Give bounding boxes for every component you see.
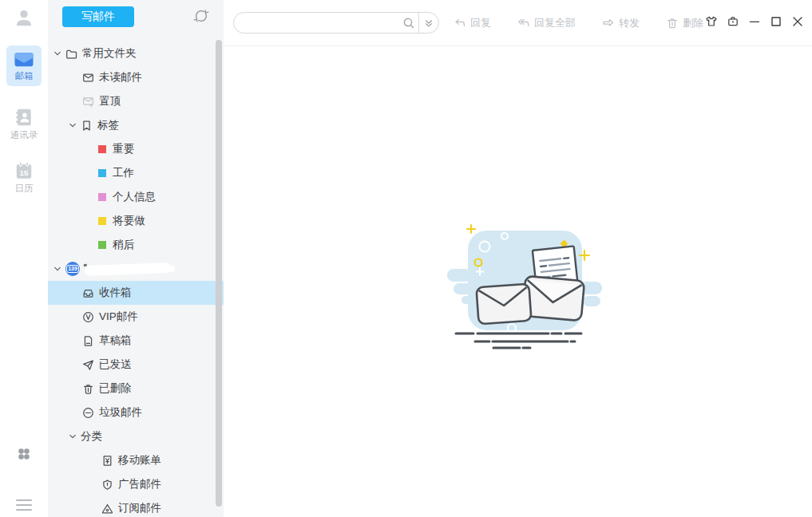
rail-item-label: 邮箱	[15, 70, 34, 82]
action-label: 删除	[683, 16, 703, 30]
mailbox-icon	[12, 50, 36, 69]
sidebar-item-drafts[interactable]: 草稿箱	[48, 329, 224, 353]
sidebar-item-unread-mail[interactable]: 未读邮件	[48, 65, 224, 89]
sidebar-item-tags[interactable]: 标签	[48, 113, 224, 137]
sent-icon	[82, 359, 94, 371]
calendar-icon: 15	[14, 160, 34, 181]
rail-item-label: 通讯录	[10, 129, 38, 141]
search-button[interactable]	[399, 13, 418, 33]
contacts-icon	[14, 107, 34, 128]
refresh-icon	[192, 6, 211, 26]
app-rail: 邮箱 通讯录 15 日历	[0, 0, 48, 517]
sidebar-item-label: 稍后	[113, 238, 134, 252]
forward-icon	[602, 17, 615, 30]
chevron-icon	[53, 264, 62, 274]
sidebar-item-ad-mail[interactable]: 广告邮件	[48, 472, 224, 496]
rail-item-mail[interactable]: 邮箱	[6, 45, 42, 86]
apps-grid-button[interactable]	[16, 446, 32, 462]
sidebar-item-tag-later[interactable]: 稍后	[48, 233, 224, 257]
action-label: 回复	[470, 16, 491, 30]
sidebar-item-sent[interactable]: 已发送	[48, 353, 224, 377]
sidebar-item-label: 已发送	[99, 357, 132, 372]
refresh-button[interactable]	[192, 6, 211, 26]
rail-item-calendar[interactable]: 15 日历	[14, 160, 34, 195]
tag-color-swatch	[98, 241, 106, 249]
folder-icon	[65, 48, 77, 60]
action-label: 转发	[619, 16, 640, 30]
draft-icon	[82, 335, 94, 347]
search-box[interactable]	[233, 12, 439, 34]
rail-bottom	[16, 446, 32, 517]
shirt-icon	[705, 15, 718, 30]
reply-all-button[interactable]: 回复全部	[517, 16, 576, 30]
sidebar-item-tag-important[interactable]: 重要	[48, 137, 224, 161]
sidebar-item-tag-personal-info[interactable]: 个人信息	[48, 185, 224, 209]
chevron-icon	[68, 120, 77, 130]
maximize-icon	[770, 15, 782, 30]
sidebar-item-label: 常用文件夹	[82, 46, 137, 61]
ad-icon	[101, 479, 113, 491]
sidebar-item-label: 置顶	[99, 94, 121, 109]
sidebar-item-label: 垃圾邮件	[99, 405, 142, 420]
sidebar-item-tag-work[interactable]: 工作	[48, 161, 224, 185]
sidebar-scrollbar[interactable]	[216, 40, 222, 507]
sidebar-item-common-folders[interactable]: 常用文件夹	[48, 41, 224, 65]
svg-text:15: 15	[20, 168, 29, 177]
tag-color-swatch	[98, 169, 106, 177]
storage-box-button[interactable]	[727, 17, 739, 30]
theme-skin-button[interactable]	[705, 17, 718, 30]
trash-sm-icon	[666, 17, 679, 30]
sidebar-item-tag-todo[interactable]: 将要做	[48, 209, 224, 233]
sidebar-item-label: 分类	[81, 429, 102, 444]
bookmark-icon	[81, 120, 93, 132]
reply-icon	[454, 17, 466, 30]
action-label: 回复全部	[534, 16, 576, 30]
double-chevron-down-icon	[423, 18, 434, 29]
toolbar: 回复回复全部转发删除	[224, 0, 812, 46]
folder-sidebar: 写邮件 常用文件夹未读邮件置顶标签重要工作个人信息将要做稍后139收件箱VIP邮…	[48, 0, 224, 517]
sidebar-item-deleted[interactable]: 已删除	[48, 377, 224, 401]
hamburger-menu-button[interactable]	[16, 499, 32, 511]
search-options-button[interactable]	[419, 13, 438, 33]
minimize-button[interactable]	[748, 17, 761, 30]
sidebar-item-mobile-bills[interactable]: 移动账单	[48, 448, 224, 472]
search-icon	[402, 17, 415, 30]
maximize-button[interactable]	[770, 17, 782, 30]
mail-icon	[82, 72, 94, 84]
sidebar-item-subscription-mail[interactable]: 订阅邮件	[48, 496, 224, 517]
sidebar-item-pinned[interactable]: 置顶	[48, 89, 224, 113]
chevron-icon	[68, 432, 77, 441]
tag-color-swatch	[98, 217, 106, 225]
vip-icon	[82, 311, 94, 323]
sidebar-item-categories[interactable]: 分类	[48, 424, 224, 448]
reply-button[interactable]: 回复	[454, 16, 491, 30]
sidebar-item-label: 重要	[113, 142, 134, 156]
sidebar-item-junk-mail[interactable]: 垃圾邮件	[48, 401, 224, 424]
search-input[interactable]	[234, 13, 399, 33]
sidebar-item-inbox[interactable]: 收件箱	[48, 281, 224, 305]
account-badge: 139	[65, 262, 80, 276]
reply-all-icon	[517, 17, 530, 30]
sidebar-item-label: 已删除	[99, 381, 132, 396]
sidebar-item-account-139[interactable]: 139	[48, 257, 224, 281]
hamburger-icon	[16, 499, 32, 501]
trash-icon	[82, 383, 94, 395]
sidebar-item-label: 广告邮件	[118, 477, 161, 491]
sidebar-item-label: 工作	[113, 166, 134, 180]
subscribe-icon	[101, 503, 113, 515]
rail-item-label: 日历	[15, 183, 34, 195]
sidebar-item-label: 订阅邮件	[118, 501, 161, 515]
mail-actions: 回复回复全部转发删除	[454, 16, 703, 30]
sidebar-item-label: VIP邮件	[99, 310, 138, 324]
delete-button[interactable]: 删除	[666, 16, 703, 30]
sidebar-item-vip-mail[interactable]: VIP邮件	[48, 305, 224, 329]
minimize-icon	[748, 15, 761, 30]
tag-color-swatch	[98, 145, 106, 153]
apps-grid-icon	[16, 446, 32, 462]
compose-button[interactable]: 写邮件	[62, 6, 134, 27]
user-avatar[interactable]	[14, 7, 34, 28]
avatar-icon	[14, 7, 34, 28]
close-button[interactable]	[791, 17, 804, 30]
rail-item-contacts[interactable]: 通讯录	[10, 107, 38, 141]
forward-button[interactable]: 转发	[602, 16, 640, 30]
